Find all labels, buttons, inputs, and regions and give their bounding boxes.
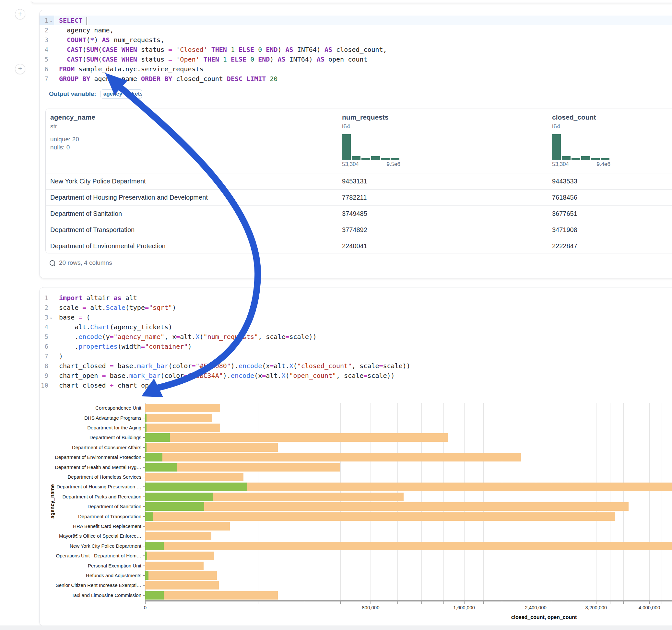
- bar-open[interactable]: [145, 492, 213, 501]
- x-axis-tick: [145, 602, 146, 604]
- table-cell: New York City Police Department: [46, 177, 337, 185]
- python-code-editor[interactable]: 1import altair as alt2scale = alt.Scale(…: [40, 293, 672, 390]
- code-token: (: [98, 46, 102, 53]
- fold-chevron-icon[interactable]: ⌄: [48, 16, 54, 25]
- bar-closed[interactable]: [145, 414, 212, 422]
- x-axis-tick: [552, 602, 552, 604]
- line-gutter: 6: [40, 64, 54, 74]
- code-token: X: [289, 362, 293, 370]
- table-row[interactable]: Department of Housing Preservation and D…: [46, 189, 672, 205]
- bar-open[interactable]: [145, 512, 153, 521]
- code-token: INT64): [293, 46, 325, 53]
- output-variable-pill[interactable]: agency_tickets: [100, 90, 142, 98]
- code-line[interactable]: 4 alt.Chart(agency_tickets): [40, 322, 672, 332]
- code-token: =: [110, 333, 114, 341]
- code-token: [246, 55, 250, 63]
- add-cell-button[interactable]: +: [15, 9, 25, 20]
- column-header-closed_count[interactable]: closed_counti6453,3049.4e6: [548, 109, 672, 173]
- line-gutter: 1: [40, 293, 54, 303]
- y-axis-line: [145, 403, 146, 600]
- fold-chevron-icon[interactable]: ⌄: [48, 312, 54, 322]
- bar-closed[interactable]: [145, 522, 230, 531]
- code-token: encode: [78, 333, 102, 341]
- code-token: [59, 55, 67, 63]
- table-cell: 2222847: [548, 242, 672, 250]
- bar-closed[interactable]: [145, 542, 672, 550]
- bar-open[interactable]: [145, 591, 164, 600]
- code-token: [266, 75, 270, 83]
- code-line[interactable]: 1import altair as alt: [40, 293, 672, 303]
- bar-closed[interactable]: [145, 423, 220, 432]
- bar-closed[interactable]: [145, 562, 203, 570]
- bar-closed[interactable]: [145, 571, 217, 580]
- code-line[interactable]: 1⌄SELECT: [40, 16, 672, 25]
- column-header-agency_name[interactable]: agency_namestrunique: 20nulls: 0: [46, 109, 337, 173]
- gridline: [305, 403, 305, 600]
- table-row[interactable]: Department of Environmental Protection22…: [46, 238, 672, 253]
- search-icon[interactable]: [50, 260, 55, 266]
- bar-open[interactable]: [145, 571, 148, 580]
- code-line[interactable]: 2 agency_name,: [40, 25, 672, 35]
- code-line[interactable]: 9chart_open = base.mark_bar(color="#8BC3…: [40, 371, 672, 381]
- histogram-bar: [371, 156, 380, 160]
- bar-closed[interactable]: [145, 502, 628, 511]
- sql-code-editor[interactable]: 1⌄SELECT 2 agency_name,3 COUNT(*) AS num…: [40, 16, 672, 83]
- table-row[interactable]: Department of Sanitation37494853677651: [46, 205, 672, 222]
- column-header-num_requests[interactable]: num_requestsi6453,3049.5e6: [337, 109, 548, 173]
- code-line[interactable]: 7): [40, 351, 672, 361]
- code-token: =: [379, 362, 383, 370]
- code-line[interactable]: 5 CAST(SUM(CASE WHEN status = 'Open' THE…: [40, 54, 672, 64]
- bar-open[interactable]: [145, 502, 204, 511]
- bar-open[interactable]: [145, 414, 146, 422]
- code-line[interactable]: 4 CAST(SUM(CASE WHEN status = 'Closed' T…: [40, 45, 672, 54]
- table-row[interactable]: Department of Transportation377489234719…: [46, 222, 672, 238]
- code-token: (: [82, 46, 86, 53]
- bar-closed[interactable]: [145, 532, 211, 540]
- code-line[interactable]: 10chart_closed + chart_open: [40, 381, 672, 390]
- bar-open[interactable]: [145, 423, 146, 432]
- bar-closed[interactable]: [145, 552, 214, 560]
- column-histogram: [552, 134, 610, 160]
- code-line[interactable]: 6FROM sample_data.nyc.service_requests: [40, 64, 672, 74]
- add-cell-button[interactable]: +: [15, 64, 25, 74]
- y-axis-label: Refunds and Adjustments: [40, 573, 141, 579]
- code-line[interactable]: 3 COUNT(*) AS num_requests,: [40, 35, 672, 45]
- bar-closed[interactable]: [145, 473, 243, 481]
- bar-open[interactable]: [145, 453, 162, 461]
- code-line[interactable]: 8chart_closed = base.mark_bar(color="#FF…: [40, 361, 672, 371]
- bar-open[interactable]: [145, 552, 147, 560]
- bar-open[interactable]: [145, 443, 146, 452]
- bar-closed[interactable]: [145, 512, 615, 521]
- bar-open[interactable]: [145, 463, 177, 471]
- code-token: "#8BC34A": [188, 372, 223, 380]
- code-token: alt.: [59, 323, 90, 331]
- bar-closed[interactable]: [145, 433, 448, 442]
- code-token: (: [98, 55, 102, 63]
- column-name: num_requests: [342, 114, 548, 121]
- bar-closed[interactable]: [145, 443, 278, 452]
- histogram-max-label: 9.4e6: [597, 161, 610, 168]
- code-token: [227, 55, 231, 63]
- bar-open[interactable]: [145, 433, 170, 442]
- x-axis-tick-label: 4,000,000: [639, 605, 660, 610]
- code-line[interactable]: 3⌄base = (: [40, 312, 672, 322]
- code-line[interactable]: 2scale = alt.Scale(type="sqrt"): [40, 303, 672, 312]
- bar-closed[interactable]: [145, 453, 521, 461]
- y-axis-tick: [143, 565, 145, 566]
- bar-closed[interactable]: [145, 404, 220, 412]
- bar-open[interactable]: [145, 542, 164, 550]
- code-line[interactable]: 7GROUP BY agency_name ORDER BY closed_co…: [40, 74, 672, 83]
- x-axis-tick: [305, 602, 305, 604]
- bar-open[interactable]: [145, 483, 247, 491]
- table-row[interactable]: New York City Police Department945313194…: [46, 173, 672, 189]
- gridline: [662, 403, 662, 600]
- bar-closed[interactable]: [145, 591, 278, 600]
- y-axis-tick: [143, 437, 145, 438]
- bar-closed[interactable]: [145, 581, 219, 589]
- divider: [40, 100, 672, 100]
- line-gutter: 5: [40, 332, 54, 342]
- code-token: ): [172, 304, 176, 311]
- table-header: agency_namestrunique: 20nulls: 0num_requ…: [46, 109, 672, 173]
- code-line[interactable]: 5 .encode(y="agency_name", x=alt.X("num_…: [40, 332, 672, 342]
- code-line[interactable]: 6 .properties(width="container"): [40, 342, 672, 351]
